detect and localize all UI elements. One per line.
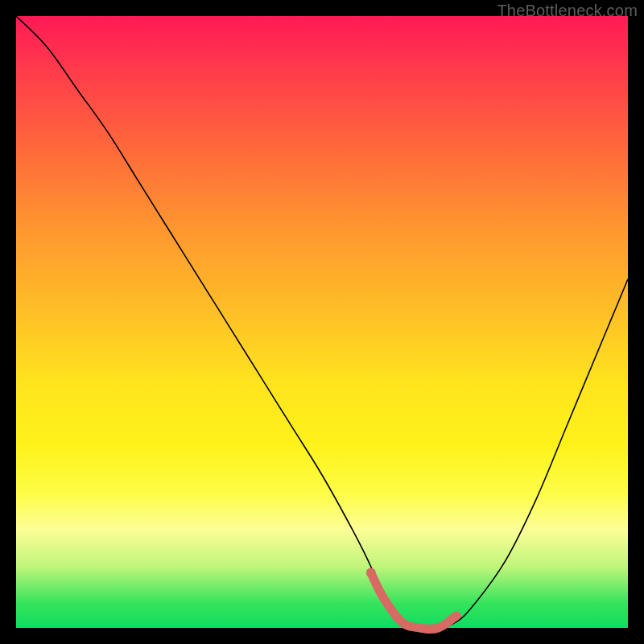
bottleneck-curve (16, 16, 628, 629)
optimal-start-dot (366, 568, 376, 578)
optimal-range-highlight (371, 573, 456, 630)
plot-gradient-area (16, 16, 628, 628)
chart-frame: TheBottleneck.com (0, 0, 644, 644)
curve-svg (16, 16, 628, 628)
watermark-text: TheBottleneck.com (497, 2, 638, 20)
